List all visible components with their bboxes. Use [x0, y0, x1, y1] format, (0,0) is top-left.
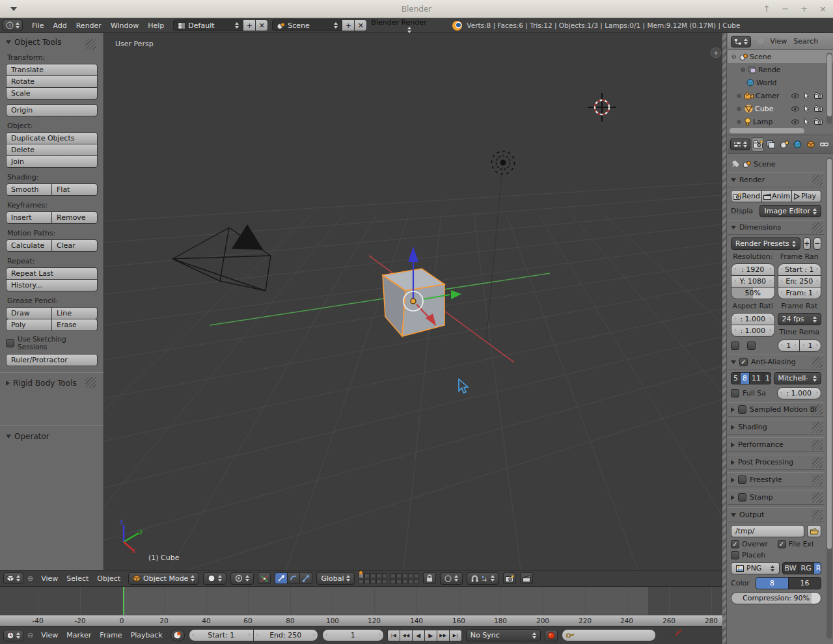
expand-icon[interactable]: ⊕ [735, 118, 743, 125]
visibility-eye-icon[interactable] [791, 106, 799, 112]
join-button[interactable]: Join [6, 155, 98, 168]
add-layout-button[interactable]: + [243, 20, 256, 31]
outliner-row-camera[interactable]: ⊕ Camer [728, 89, 833, 102]
visibility-eye-icon[interactable] [791, 119, 799, 125]
window-maximize-icon[interactable]: + [800, 4, 808, 14]
window-minimize-icon[interactable]: − [782, 4, 789, 14]
stamp-checkbox[interactable] [738, 493, 746, 502]
jump-to-start-button[interactable]: |◀ [387, 630, 400, 641]
opengl-render-button[interactable] [503, 572, 516, 584]
frame-end-field[interactable]: ‹En: 250› [778, 275, 822, 288]
translate-manipulator-button[interactable] [275, 572, 288, 584]
render-engine-dropdown[interactable]: Blender Render [371, 18, 448, 33]
outliner-menu-view[interactable]: View [770, 37, 787, 46]
opengl-render-anim-button[interactable] [520, 572, 533, 584]
viewport-shading-dropdown[interactable] [203, 572, 226, 585]
menu-window[interactable]: Window [111, 21, 139, 30]
use-preview-range-button[interactable] [171, 630, 185, 641]
previous-keyframe-button[interactable]: ◀◀ [400, 630, 413, 641]
visibility-eye-icon[interactable] [791, 93, 799, 99]
gp-erase-button[interactable]: Erase [51, 319, 98, 331]
renderability-camera-icon[interactable] [814, 105, 823, 112]
flat-button[interactable]: Flat [51, 183, 98, 196]
panel-render[interactable]: Render [728, 172, 825, 187]
compression-slider[interactable]: Compression: 90% [731, 592, 821, 604]
repeat-last-button[interactable]: Repeat Last [6, 267, 98, 280]
panel-dimensions[interactable]: Dimensions [728, 220, 825, 235]
full-sample-checkbox[interactable] [731, 389, 739, 397]
view3d-menu-object[interactable]: Object [97, 574, 120, 583]
remove-preset-button[interactable]: − [813, 237, 821, 250]
anti-aliasing-checkbox[interactable]: ✓ [739, 358, 748, 366]
editor-type-properties-dropdown[interactable] [730, 139, 750, 150]
menu-render[interactable]: Render [76, 21, 102, 30]
properties-vertical-scrollbar[interactable] [826, 157, 832, 639]
rigid-body-tools-label[interactable]: Rigid Body Tools [13, 379, 77, 388]
browse-folder-button[interactable] [807, 525, 821, 537]
layers-widget[interactable] [359, 573, 419, 584]
collapse-icon[interactable]: ⊖ [730, 53, 737, 60]
render-animation-button[interactable]: Anim [761, 190, 792, 202]
jump-to-end-button[interactable]: ▶| [449, 630, 462, 641]
view3d-menu-select[interactable]: Select [66, 574, 89, 583]
rigid-body-collapse-icon[interactable] [6, 381, 10, 386]
sync-dropdown[interactable]: No Sync [466, 629, 541, 641]
view3d-menu-view[interactable]: View [41, 574, 58, 583]
collapse-menus-icon[interactable]: ⊖ [758, 37, 763, 46]
overwrite-checkbox[interactable]: ✓ [731, 540, 739, 548]
transform-orientation-dropdown[interactable]: Global [316, 572, 355, 585]
collapse-menus-icon[interactable]: ⊖ [27, 631, 33, 639]
placeholders-checkbox[interactable] [731, 551, 739, 559]
outliner-horizontal-scrollbar[interactable] [730, 128, 804, 133]
remove-keyframe-button[interactable]: Remove [51, 211, 98, 224]
keying-set-field[interactable] [562, 629, 656, 641]
menu-file[interactable]: File [32, 21, 44, 30]
play-button[interactable]: ▶ [424, 630, 437, 641]
display-dropdown[interactable]: Image Editor [759, 205, 821, 217]
play-reverse-button[interactable]: ◀ [412, 630, 425, 641]
delete-keyframes-button[interactable] [674, 629, 689, 641]
delete-scene-button[interactable]: ✕ [354, 20, 367, 31]
area-splitter[interactable] [722, 33, 727, 644]
collapse-menus-icon[interactable]: ⊖ [27, 574, 33, 583]
next-keyframe-button[interactable]: ▶▶ [437, 630, 450, 641]
expand-region-icon[interactable]: + [711, 47, 721, 58]
renderability-camera-icon[interactable] [814, 118, 823, 125]
history-button[interactable]: History... [6, 279, 98, 291]
aa-filter-dropdown[interactable]: Mitchell- [774, 372, 822, 384]
timeline-menu-playback[interactable]: Playback [131, 631, 163, 639]
operator-collapse-icon[interactable] [6, 435, 11, 438]
insert-keyframes-button[interactable] [660, 629, 674, 641]
color-mode-segment[interactable]: BW RG RGB [782, 562, 822, 574]
tab-object[interactable] [805, 137, 817, 152]
panel-stamp[interactable]: Stamp [728, 490, 825, 505]
rotate-button[interactable]: Rotate [6, 75, 98, 88]
expand-icon[interactable]: ⊕ [739, 66, 746, 73]
file-extensions-checkbox[interactable]: ✓ [778, 540, 786, 548]
panel-grip[interactable] [85, 39, 96, 49]
ruler-button[interactable]: Ruler/Protractor [6, 354, 98, 366]
resolution-y-field[interactable]: ‹Y: 1080› [731, 275, 775, 288]
aa-size-field[interactable]: ‹: 1.000› [777, 387, 822, 399]
selectability-cursor-icon[interactable] [804, 105, 810, 113]
add-scene-button[interactable]: + [342, 20, 355, 31]
clear-button[interactable]: Clear [51, 239, 98, 252]
snap-dropdown[interactable] [467, 572, 499, 585]
mode-dropdown[interactable]: Object Mode [128, 572, 199, 585]
auto-keyframe-record-button[interactable] [545, 630, 558, 641]
gp-draw-button[interactable]: Draw [6, 307, 52, 319]
add-preset-button[interactable]: + [803, 237, 811, 250]
scale-manipulator-button[interactable] [299, 572, 312, 584]
frame-start-field[interactable]: ‹Start : 1› [778, 263, 822, 276]
menu-add[interactable]: Add [53, 21, 66, 30]
smooth-button[interactable]: Smooth [6, 183, 52, 196]
duplicate-button[interactable]: Duplicate Objects [6, 132, 98, 144]
selectability-cursor-icon[interactable] [804, 92, 810, 100]
frame-end-header-field[interactable]: ‹End: 250› [253, 629, 318, 641]
scale-button[interactable]: Scale [6, 87, 98, 100]
delete-layout-button[interactable]: ✕ [255, 20, 268, 31]
menu-help[interactable]: Help [148, 21, 164, 30]
freestyle-checkbox[interactable] [738, 476, 746, 484]
expand-icon[interactable]: ⊕ [735, 92, 743, 99]
rotate-manipulator-button[interactable] [287, 572, 300, 584]
